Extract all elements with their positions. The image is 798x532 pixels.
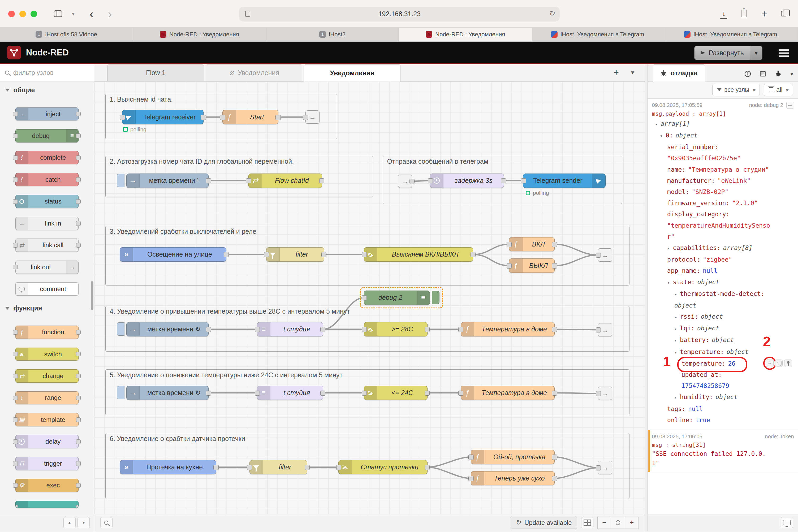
expand-toggle[interactable] — [674, 347, 680, 358]
tab-help[interactable] — [755, 67, 771, 81]
node-inject-repeat-2[interactable]: метка времени ↻ — [126, 386, 209, 400]
palette-search-input[interactable] — [13, 69, 89, 76]
expand-toggle[interactable] — [655, 119, 661, 130]
palette-node-link-in[interactable]: link in — [15, 217, 79, 230]
palette-node-catch[interactable]: catch — [15, 173, 79, 186]
expand-toggle[interactable] — [674, 311, 680, 323]
zoom-out-button[interactable] — [597, 517, 611, 529]
expand-toggle[interactable] — [674, 392, 680, 403]
browser-tab-ihost2[interactable]: 1 iHost2 — [266, 27, 399, 42]
node-street-light-device[interactable]: Освещение на улице — [120, 247, 227, 262]
palette-node-delay[interactable]: delay — [15, 435, 79, 448]
palette-node-trigger[interactable]: trigger — [15, 457, 79, 470]
navigator-toggle-button[interactable] — [581, 517, 593, 528]
copy-path-button[interactable] — [766, 360, 774, 367]
node-flow-chatid-change[interactable]: Flow chatId — [248, 173, 322, 188]
node-link-out[interactable] — [598, 323, 612, 337]
open-in-window-button[interactable] — [781, 517, 793, 528]
new-tab-button[interactable] — [757, 7, 772, 21]
node-function-leak[interactable]: Ой-ой, протечка — [471, 450, 555, 464]
copy-value-button[interactable] — [775, 360, 783, 367]
tab-overview-button[interactable] — [777, 7, 791, 21]
add-flow-button[interactable] — [609, 66, 624, 79]
sidebar-splitter[interactable] — [645, 64, 648, 531]
node-telegram-sender[interactable]: Telegram sender — [523, 173, 606, 188]
node-function-off[interactable]: ВЫКЛ — [509, 259, 555, 273]
palette-node-inject[interactable]: inject — [15, 108, 79, 121]
palette-node-switch[interactable]: switch — [15, 347, 79, 361]
canvas-search-button[interactable] — [100, 517, 113, 528]
node-link-out[interactable] — [305, 110, 320, 124]
browser-tab-docs-1[interactable]: iHost. Уведомления в Telegram. — [532, 27, 665, 42]
node-delay-3s[interactable]: задержка 3s — [430, 173, 504, 188]
downloads-button[interactable] — [717, 7, 731, 21]
browser-tab-nodered-1[interactable]: Node-RED : Уведомления — [133, 27, 266, 42]
debug-toggle-button[interactable] — [432, 291, 439, 304]
node-t-studio-2[interactable]: t студия — [257, 386, 323, 400]
zoom-window-button[interactable] — [31, 11, 37, 17]
expand-toggle[interactable] — [674, 323, 680, 334]
node-start-function[interactable]: Start — [222, 110, 279, 124]
node-switch-on-off[interactable]: Выясняем ВКЛ/ВЫКЛ — [364, 247, 473, 262]
expand-toggle[interactable] — [667, 277, 673, 288]
deploy-options-caret[interactable] — [750, 46, 762, 60]
main-menu-icon[interactable] — [779, 49, 789, 51]
pin-button[interactable] — [784, 360, 792, 367]
palette-category-function[interactable]: функция — [0, 300, 94, 317]
node-filter-1[interactable]: filter — [266, 247, 324, 262]
node-filter-2[interactable]: filter — [249, 460, 308, 474]
node-link-in[interactable] — [398, 175, 412, 188]
palette-node-partial[interactable] — [15, 501, 79, 508]
browser-tab-docs-2[interactable]: iHost. Уведомления в Telegram. — [665, 27, 798, 42]
node-function-temp-home-1[interactable]: Температура в доме — [461, 322, 555, 337]
flow-canvas[interactable]: 1. Выясняем id чата. 2. Автозагрузка ном… — [94, 81, 645, 514]
sidebar-toggle-button[interactable] — [51, 7, 65, 21]
expand-all-button[interactable] — [77, 517, 90, 528]
node-inject-timestamp[interactable]: метка времени ¹ — [126, 173, 209, 188]
expand-toggle[interactable] — [674, 335, 680, 346]
expand-toggle[interactable] — [667, 243, 673, 254]
palette-node-link-out[interactable]: link out — [15, 261, 79, 274]
tab-debug-icon[interactable] — [771, 67, 786, 81]
palette-node-exec[interactable]: exec — [15, 479, 79, 492]
node-link-out[interactable] — [598, 248, 612, 262]
browser-tab-nodered-active[interactable]: Node-RED : Уведомления — [399, 27, 532, 42]
sidebar-options-caret[interactable] — [786, 67, 798, 81]
node-link-out[interactable] — [598, 386, 612, 400]
node-link-out[interactable] — [598, 461, 612, 474]
node-function-on[interactable]: ВКЛ — [509, 237, 555, 251]
collapse-all-button[interactable] — [63, 517, 76, 528]
tab-info[interactable] — [740, 67, 755, 81]
back-button[interactable] — [84, 7, 99, 21]
node-switch-leak-status[interactable]: Статус протечки — [338, 460, 428, 474]
zoom-reset-button[interactable] — [611, 517, 625, 529]
inject-button[interactable] — [117, 174, 125, 187]
node-t-studio-1[interactable]: t студия — [257, 322, 323, 337]
palette-scrollbar[interactable] — [91, 281, 93, 310]
node-debug-2[interactable]: debug 2 — [364, 290, 430, 305]
update-available-button[interactable]: Update available — [510, 517, 577, 529]
reload-icon[interactable] — [549, 9, 555, 18]
zoom-in-button[interactable] — [625, 517, 639, 529]
palette-category-common[interactable]: общие — [0, 81, 94, 99]
tab-notifications-active[interactable]: Уведомления — [304, 64, 400, 82]
tab-notifications-disabled[interactable]: Уведомления — [206, 64, 302, 81]
share-button[interactable] — [737, 7, 751, 21]
expand-toggle[interactable] — [660, 130, 666, 141]
flow-list-button[interactable] — [625, 66, 640, 79]
node-leak-kitchen-device[interactable]: Протечка на кухне — [120, 460, 216, 474]
tab-debug[interactable]: отладка — [653, 64, 705, 82]
browser-tab-ihost-ofis[interactable]: 1 iHost ofis 58 Vidnoe — [0, 27, 133, 42]
address-bar[interactable]: 192.168.31.23 — [239, 7, 560, 21]
palette-node-function[interactable]: function — [15, 326, 79, 339]
node-inject-repeat-1[interactable]: метка времени ↻ — [126, 322, 209, 337]
tab-flow-1[interactable]: Flow 1 — [108, 64, 204, 81]
forward-button[interactable] — [103, 7, 117, 21]
debug-filter-button[interactable]: все узлы — [712, 84, 760, 96]
inject-button[interactable] — [117, 322, 125, 336]
debug-clear-button[interactable]: all — [764, 84, 793, 96]
palette-node-range[interactable]: range — [15, 392, 79, 405]
node-switch-gte-28[interactable]: >= 28C — [364, 322, 428, 337]
palette-node-template[interactable]: template — [15, 413, 79, 426]
palette-node-change[interactable]: change — [15, 369, 79, 383]
